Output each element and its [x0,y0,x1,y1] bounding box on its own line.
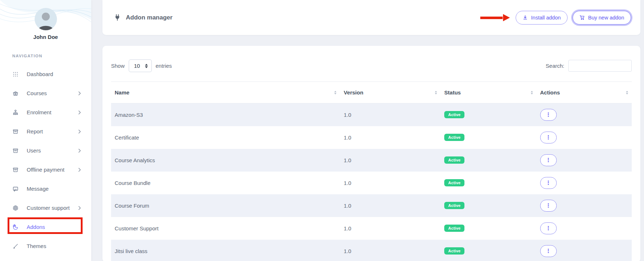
column-header-version[interactable]: Version [340,82,441,103]
status-badge: Active [444,111,464,118]
sidebar-item-courses[interactable]: Courses [0,84,91,103]
status-badge: Active [444,247,464,255]
row-actions-button[interactable]: ⋮ [540,222,557,234]
pie-icon [12,224,19,230]
hierarchy-icon [12,109,19,116]
cell-actions: ⋮ [537,149,632,172]
globe-icon [12,205,19,211]
chevron-right-icon [78,91,81,96]
page-size-select[interactable]: 10 [129,59,152,72]
cell-status: Active [441,217,537,240]
vertical-ellipsis-icon: ⋮ [546,202,551,209]
table-header-row: NameVersionStatusActions [111,82,632,103]
row-actions-button[interactable]: ⋮ [540,132,557,143]
column-header-status[interactable]: Status [441,82,537,103]
cell-status: Active [441,172,537,194]
cell-version: 1.0 [340,149,441,172]
status-badge: Active [444,179,464,186]
sort-icon [435,91,437,94]
page-title: Addon manager [126,14,172,21]
cell-status: Active [441,103,537,126]
entries-label: entries [156,63,172,69]
grid-icon [12,71,19,78]
row-actions-button[interactable]: ⋮ [540,177,557,189]
archive-icon [12,167,19,173]
cell-version: 1.0 [340,194,441,217]
table-row: Course Analytics1.0Active⋮ [111,149,632,172]
cell-version: 1.0 [340,126,441,149]
sidebar-item-enrolment[interactable]: Enrolment [0,103,91,122]
main-content: Addon manager Install addon [102,0,640,261]
sort-icon [334,91,336,94]
column-header-actions[interactable]: Actions [537,82,632,103]
table-card: Show 10 entries Search: NameVersionStatu… [102,46,640,261]
table-row: Customer Support1.0Active⋮ [111,217,632,240]
status-badge: Active [444,202,464,209]
sidebar-item-customer-support[interactable]: Customer support [0,198,91,217]
status-badge: Active [444,134,464,141]
row-actions-button[interactable]: ⋮ [540,154,557,166]
cart-icon [579,15,585,20]
sidebar-item-label: Customer support [27,205,70,211]
sort-icon [531,91,533,94]
column-label: Actions [540,89,560,96]
user-name: John Doe [0,34,91,40]
archive-icon [12,128,19,135]
buy-new-addon-button[interactable]: Buy new addon [573,11,631,25]
table-row: Amazon-S31.0Active⋮ [111,103,632,126]
sort-icon [626,91,628,94]
sidebar-item-offline-payment[interactable]: Offline payment [0,160,91,179]
avatar [35,8,57,30]
brush-icon [12,243,19,249]
cell-version: 1.0 [340,172,441,194]
sidebar-item-report[interactable]: Report [0,122,91,141]
cell-actions: ⋮ [537,194,632,217]
install-addon-button[interactable]: Install addon [516,11,568,25]
cell-addon-name: Amazon-S3 [111,103,340,126]
sidebar-item-label: Courses [27,90,47,96]
cell-status: Active [441,126,537,149]
cell-actions: ⋮ [537,126,632,149]
chat-icon [12,186,19,192]
row-actions-button[interactable]: ⋮ [540,109,557,121]
row-actions-button[interactable]: ⋮ [540,245,557,257]
sidebar-item-users[interactable]: Users [0,141,91,160]
table-row: Course Bundle1.0Active⋮ [111,172,632,194]
column-label: Name [115,89,129,96]
row-actions-button[interactable]: ⋮ [540,200,557,212]
status-badge: Active [444,156,464,164]
cell-actions: ⋮ [537,172,632,194]
cell-actions: ⋮ [537,217,632,240]
chevron-right-icon [78,168,81,172]
annotation-arrow [480,14,510,21]
sidebar-item-label: Report [27,128,43,134]
chevron-right-icon [78,110,81,115]
cell-addon-name: Course Forum [111,194,340,217]
cell-actions: ⋮ [537,103,632,126]
cell-addon-name: Course Bundle [111,172,340,194]
cell-status: Active [441,194,537,217]
sidebar-item-message[interactable]: Message [0,179,91,198]
vertical-ellipsis-icon: ⋮ [546,180,551,186]
sidebar-item-label: Dashboard [27,71,53,77]
user-silhouette-icon [35,8,57,30]
sidebar-item-label: Addons [27,224,45,230]
download-icon [522,15,528,20]
cell-addon-name: Jitsi live class [111,240,340,261]
page-size-value: 10 [134,63,140,69]
vertical-ellipsis-icon: ⋮ [546,157,551,163]
sidebar-item-themes[interactable]: Themes [0,236,91,256]
search-input[interactable] [568,60,632,72]
sidebar-item-dashboard[interactable]: Dashboard [0,65,91,84]
plug-icon [114,14,121,21]
archive-icon [12,147,19,154]
addons-table: NameVersionStatusActions Amazon-S31.0Act… [111,81,632,261]
column-header-name[interactable]: Name [111,82,340,103]
column-label: Status [444,89,461,96]
sidebar-item-label: Themes [27,243,46,249]
cell-actions: ⋮ [537,240,632,261]
cell-status: Active [441,240,537,261]
sidebar-item-label: Users [27,147,41,154]
sidebar-nav: DashboardCoursesEnrolmentReportUsersOffl… [0,65,91,256]
sidebar-item-addons[interactable]: Addons [0,217,91,236]
